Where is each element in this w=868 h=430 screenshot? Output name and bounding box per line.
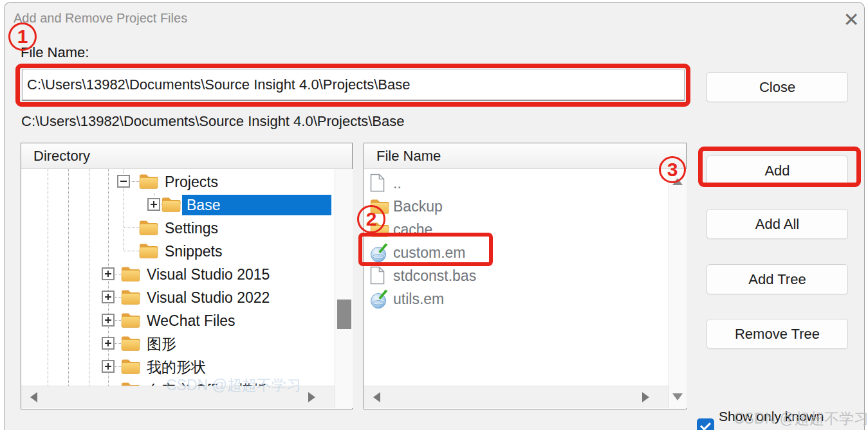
tree-row[interactable] bbox=[21, 355, 352, 379]
tree-row[interactable] bbox=[21, 170, 352, 193]
scroll-left-icon[interactable] bbox=[373, 392, 380, 402]
tree-row[interactable] bbox=[21, 217, 352, 240]
file-vertical-scrollbar[interactable] bbox=[669, 169, 687, 408]
show-only-known-label: Show only known bbox=[719, 409, 824, 424]
add-button[interactable]: Add bbox=[706, 156, 848, 186]
annotation-step2-circle: 2 bbox=[357, 205, 385, 233]
tree-row[interactable] bbox=[21, 193, 352, 217]
file-row[interactable] bbox=[364, 218, 686, 241]
directory-panel-header: Directory bbox=[21, 143, 352, 169]
annotation-step3-circle: 3 bbox=[659, 156, 686, 183]
file-name-input[interactable] bbox=[22, 69, 685, 101]
file-row[interactable] bbox=[364, 172, 686, 195]
current-path-text: C:\Users\13982\Documents\Source Insight … bbox=[21, 113, 405, 130]
remove-tree-button[interactable]: Remove Tree bbox=[706, 319, 848, 349]
file-list: ..Backupcachecustom.emstdconst.basutils.… bbox=[364, 169, 686, 387]
scroll-left-icon[interactable] bbox=[30, 392, 37, 402]
scroll-right-icon[interactable] bbox=[308, 392, 315, 402]
tree-row[interactable] bbox=[21, 240, 352, 263]
close-button[interactable]: Close bbox=[706, 72, 848, 102]
tree-row[interactable] bbox=[21, 309, 352, 332]
file-row[interactable] bbox=[364, 195, 686, 218]
file-panel-header: File Name bbox=[364, 143, 686, 169]
directory-tree: ProjectsBaseSettingsSnippetsVisual Studi… bbox=[21, 169, 352, 387]
directory-horizontal-scrollbar[interactable] bbox=[21, 386, 335, 408]
file-horizontal-scrollbar[interactable] bbox=[364, 386, 669, 408]
add-tree-button[interactable]: Add Tree bbox=[706, 264, 848, 294]
tree-row[interactable] bbox=[21, 263, 352, 286]
file-row[interactable] bbox=[364, 287, 686, 310]
scroll-down-icon[interactable] bbox=[672, 393, 683, 400]
dialog-title: Add and Remove Project Files bbox=[14, 11, 187, 26]
file-row[interactable] bbox=[364, 241, 686, 264]
tree-row[interactable] bbox=[21, 286, 352, 309]
tree-row[interactable] bbox=[21, 332, 352, 355]
scroll-right-icon[interactable] bbox=[642, 392, 649, 402]
file-row[interactable] bbox=[364, 264, 686, 287]
directory-panel: Directory ProjectsBaseSettingsSnippetsVi… bbox=[21, 143, 353, 409]
file-list-panel: File Name ..Backupcachecustom.emstdconst… bbox=[364, 143, 687, 409]
add-all-button[interactable]: Add All bbox=[706, 209, 848, 239]
scrollbar-thumb[interactable] bbox=[337, 300, 351, 329]
show-only-known-checkbox[interactable] bbox=[697, 418, 714, 430]
directory-vertical-scrollbar[interactable] bbox=[335, 169, 353, 408]
close-icon[interactable]: ✕ bbox=[838, 6, 864, 32]
annotation-step1-circle: 1 bbox=[8, 22, 37, 51]
